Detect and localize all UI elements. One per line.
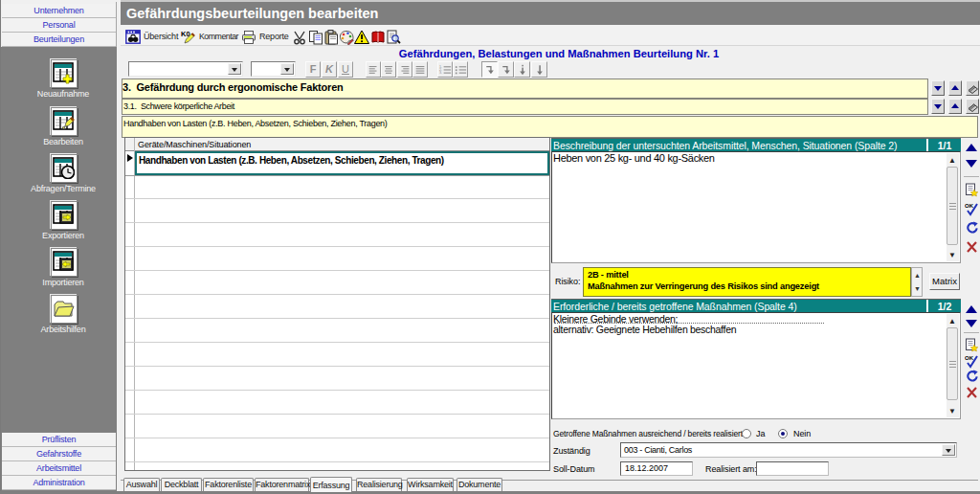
svg-text:OK: OK — [965, 203, 974, 209]
svg-text:3.: 3. — [439, 71, 442, 75]
svg-text:OK: OK — [965, 355, 974, 361]
